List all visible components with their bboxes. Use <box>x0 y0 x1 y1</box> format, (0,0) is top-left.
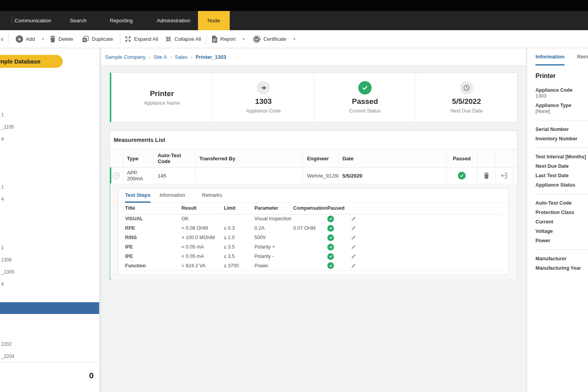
report-caret-icon[interactable]: ▼ <box>242 38 245 40</box>
toolbar-divider <box>9 34 9 45</box>
col-date: Date <box>339 149 447 167</box>
info-field: Appliance Status <box>535 182 588 188</box>
truncated-toolbar-item: s <box>1 30 4 48</box>
measurements-card: Measurements List Type Auto-Test Code Tr… <box>110 131 517 279</box>
certificate-caret-icon[interactable]: ▼ <box>293 38 296 40</box>
tree-node[interactable]: 4 <box>1 196 4 202</box>
step-parameter: Polarity + <box>254 242 293 252</box>
add-button[interactable]: + Add ▼ <box>16 30 44 48</box>
clock-icon <box>460 81 473 94</box>
field-value: [None] <box>535 109 588 114</box>
collapse-row-icon[interactable]: – <box>113 172 120 179</box>
info-field: Next Due Date <box>535 163 588 169</box>
main-nav: ▾ Communication Search Reporting Adminis… <box>0 11 588 30</box>
test-steps-table: Title Result Limit Parameter Compensatio… <box>125 203 501 271</box>
nav-tab-administration[interactable]: Administration <box>157 11 191 30</box>
edit-pencil-icon[interactable] <box>351 225 501 231</box>
collapse-all-button[interactable]: Collapse All <box>165 30 201 48</box>
tab-remarks[interactable]: Remarks <box>202 189 222 203</box>
step-title: RINS <box>125 233 181 242</box>
info-field: Serial Number <box>535 127 588 132</box>
nav-tab-communication[interactable]: Communication <box>15 11 51 30</box>
measurement-row[interactable]: – APP. 200mA 145 Wehrle_91288 5/5/2020 <box>110 168 517 183</box>
nav-divider <box>12 16 12 25</box>
report-button[interactable]: Report ▼ <box>212 30 245 48</box>
tree-node[interactable]: 4 <box>1 281 4 287</box>
tree-node[interactable]: _2204 <box>1 354 14 359</box>
certificate-badge-icon <box>253 35 261 43</box>
nav-tab-reporting[interactable]: Reporting <box>110 11 133 30</box>
col-title: Title <box>125 203 181 214</box>
measurement-date: 5/5/2020 <box>339 168 447 183</box>
field-label: Power <box>535 238 588 244</box>
tab-remarks[interactable]: Remarks <box>577 48 588 65</box>
edit-pencil-icon[interactable] <box>351 263 501 269</box>
edit-pencil-icon[interactable] <box>351 254 501 259</box>
edit-pencil-icon[interactable] <box>351 235 501 240</box>
measurement-auto-test-code: 145 <box>154 168 195 183</box>
breadcrumb-current: Printer_1303 <box>196 54 226 60</box>
breadcrumb: Sample Company › Site A › Sales › Printe… <box>101 48 526 66</box>
tree-node[interactable]: 1 <box>1 245 4 250</box>
breadcrumb-department[interactable]: Sales <box>175 54 188 60</box>
step-result: < 0.05 mA <box>181 252 224 261</box>
group-divider <box>535 249 588 250</box>
delete-measurement-icon[interactable] <box>484 172 489 179</box>
database-root-node[interactable]: Sample Database <box>0 55 63 68</box>
edit-pencil-icon[interactable] <box>351 216 501 221</box>
toolbar-divider <box>206 34 207 45</box>
chevron-right-icon: › <box>188 54 196 60</box>
main-content: Sample Company › Site A › Sales › Printe… <box>101 48 526 392</box>
tree-node[interactable]: 2202 <box>1 341 12 347</box>
tree-node[interactable]: _1105 <box>1 124 14 130</box>
col-auto-test-code: Auto-Test Code <box>154 149 195 167</box>
add-caret-icon[interactable]: ▼ <box>42 38 44 40</box>
certificate-label: Certificate <box>263 36 287 42</box>
collapse-all-icon <box>165 36 172 42</box>
info-field: Manufacturer <box>535 256 588 262</box>
tab-test-steps[interactable]: Test Steps <box>125 189 151 203</box>
export-measurement-icon[interactable] <box>500 172 508 180</box>
chevron-right-icon: › <box>167 54 175 60</box>
info-field: Auto-Test Code <box>535 200 588 206</box>
info-field: Current <box>535 219 588 225</box>
tree-node[interactable]: 4 <box>1 136 4 142</box>
field-value: 1303 <box>535 93 588 99</box>
step-title: VISUAL <box>125 214 181 223</box>
breadcrumb-company[interactable]: Sample Company <box>105 54 145 60</box>
edit-pencil-icon[interactable] <box>351 244 501 250</box>
nav-tab-node[interactable]: Node <box>198 11 230 30</box>
step-title: RPE <box>125 223 181 233</box>
certificate-button[interactable]: Certificate ▼ <box>253 30 296 48</box>
current-status-value: Passed <box>352 97 378 106</box>
delete-button[interactable]: Delete <box>50 30 73 48</box>
field-label: Protection Class <box>535 210 588 216</box>
test-steps-panel: Test Steps Information Remarks Title Res… <box>118 188 508 275</box>
tree-node[interactable]: 1 <box>1 184 4 190</box>
step-compensation <box>293 233 327 242</box>
tree-node[interactable]: 1306 <box>1 257 12 263</box>
col-passed: Passed <box>446 149 477 167</box>
info-field: Protection Class <box>535 210 588 216</box>
next-due-date-value: 5/5/2022 <box>452 97 481 106</box>
appliance-code-label: Appliance Code <box>246 108 281 114</box>
measurement-type: APP. 200mA <box>123 168 154 183</box>
expand-all-button[interactable]: Expand All <box>125 30 158 48</box>
passed-check-icon <box>327 234 334 241</box>
tab-information[interactable]: Information <box>535 48 564 65</box>
info-field: Inventory Number <box>535 136 588 142</box>
tree-node[interactable]: _1305 <box>1 269 14 275</box>
duplicate-button[interactable]: Duplicate <box>82 30 113 48</box>
nav-tab-search[interactable]: Search <box>70 11 87 30</box>
tree-node-selected[interactable] <box>0 302 99 314</box>
title-bar <box>0 0 588 11</box>
appliance-heading: Printer <box>535 73 588 80</box>
info-field: Appliance Type [None] <box>535 103 588 114</box>
tab-information[interactable]: Information <box>160 189 185 203</box>
breadcrumb-site[interactable]: Site A <box>154 54 167 60</box>
add-label: Add <box>26 36 35 42</box>
expand-all-icon <box>125 36 131 42</box>
tree-node[interactable]: 1 <box>1 112 4 118</box>
passed-check-icon <box>327 216 334 222</box>
col-limit: Limit <box>224 203 254 214</box>
